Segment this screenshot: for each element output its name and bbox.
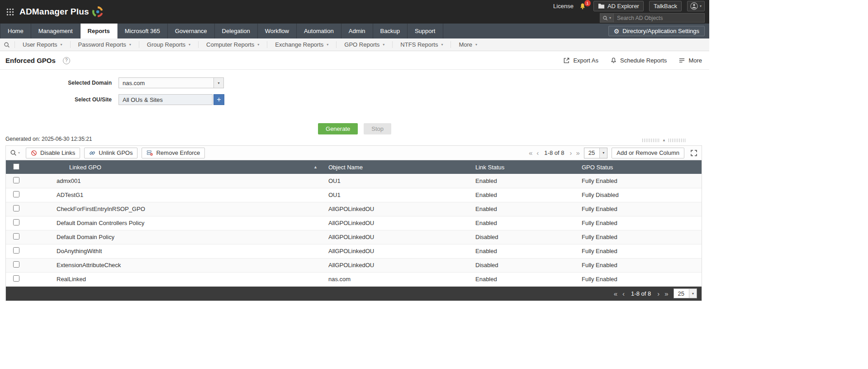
gpo-status-cell: Fully Enabled xyxy=(577,244,702,258)
add-remove-column-button[interactable]: Add or Remove Column xyxy=(612,148,684,158)
first-page-button[interactable]: « xyxy=(529,149,532,156)
object-name-cell: nas.com xyxy=(324,272,471,286)
first-page-button[interactable]: « xyxy=(614,290,617,297)
table-search-button[interactable]: ▾ xyxy=(10,149,22,156)
linked-gpo-cell: admx001 xyxy=(49,174,324,188)
table-row: ADTestG1OU1EnabledFully Disabled xyxy=(6,188,702,202)
table-row: ExtensionAttributeCheckAllGPOLinkedOUDis… xyxy=(6,258,702,272)
report-category-user-reports[interactable]: User Reports▾ xyxy=(14,41,70,48)
report-category-computer-reports[interactable]: Computer Reports▾ xyxy=(198,41,267,48)
talkback-button[interactable]: TalkBack xyxy=(649,1,682,11)
column-header-linked-gpo[interactable]: Linked GPO ▲ xyxy=(49,160,324,174)
help-icon[interactable]: ? xyxy=(63,57,70,64)
row-select-checkbox[interactable] xyxy=(13,177,19,183)
topbar-left: ADManager Plus xyxy=(5,6,104,18)
ad-explorer-button[interactable]: AD Explorer xyxy=(593,1,644,11)
report-category-ntfs-reports[interactable]: NTFS Reports▾ xyxy=(392,41,451,48)
table-row: RealLinkednas.comEnabledFully Enabled xyxy=(6,272,702,286)
remove-enforce-label: Remove Enforce xyxy=(156,149,200,156)
last-page-button[interactable]: » xyxy=(576,149,579,156)
generate-button[interactable]: Generate xyxy=(318,123,358,134)
table-row: Default Domain PolicyAllGPOLinkedOUDisab… xyxy=(6,230,702,244)
page-size-value: 25 xyxy=(674,289,689,298)
object-name-cell: AllGPOLinkedOU xyxy=(324,202,471,216)
gpo-table: Linked GPO ▲ Object Name Link Status GPO… xyxy=(6,160,702,287)
tab-home[interactable]: Home xyxy=(0,24,31,38)
schedule-reports-label: Schedule Reports xyxy=(620,57,667,64)
row-select-checkbox[interactable] xyxy=(13,219,19,225)
export-icon xyxy=(563,57,570,64)
sort-asc-icon[interactable]: ▲ xyxy=(313,165,318,169)
tab-support[interactable]: Support xyxy=(408,24,443,38)
chevron-down-icon: ▾ xyxy=(383,43,384,47)
brand-logo[interactable]: ADManager Plus xyxy=(19,6,104,18)
unlink-gpos-button[interactable]: Unlink GPOs xyxy=(84,148,138,158)
row-select-checkbox[interactable] xyxy=(13,191,19,197)
collapse-up-icon: ▲ xyxy=(662,139,666,142)
column-header-gpo-status[interactable]: GPO Status xyxy=(577,160,702,174)
tab-workflow[interactable]: Workflow xyxy=(258,24,297,38)
fullscreen-icon[interactable] xyxy=(688,149,697,157)
notification-badge: 1 xyxy=(584,0,591,6)
folder-icon xyxy=(598,3,605,9)
tab-delegation[interactable]: Delegation xyxy=(215,24,258,38)
domain-select[interactable]: nas.com ▾ xyxy=(119,77,224,88)
select-all-checkbox[interactable] xyxy=(13,163,19,170)
disable-links-button[interactable]: Disable Links xyxy=(26,148,80,158)
tab-microsoft-365[interactable]: Microsoft 365 xyxy=(118,24,168,38)
row-select-checkbox[interactable] xyxy=(13,247,19,254)
handle-stripes xyxy=(669,139,686,142)
stop-button[interactable]: Stop xyxy=(364,123,391,134)
report-category-group-reports[interactable]: Group Reports▾ xyxy=(139,41,198,48)
row-select-checkbox[interactable] xyxy=(13,261,19,268)
row-select-checkbox[interactable] xyxy=(13,275,19,282)
add-ou-button[interactable]: + xyxy=(213,94,224,105)
chevron-down-icon: ▾ xyxy=(609,16,611,20)
report-category-gpo-reports[interactable]: GPO Reports▾ xyxy=(336,41,392,48)
tab-admin[interactable]: Admin xyxy=(342,24,373,38)
chevron-down-icon: ▾ xyxy=(700,4,702,8)
page-head: Enforced GPOs ? Export As Schedule Repor… xyxy=(0,51,709,70)
gpo-status-cell: Fully Enabled xyxy=(577,174,702,188)
subnav-search-button[interactable] xyxy=(0,42,14,48)
tab-governance[interactable]: Governance xyxy=(168,24,215,38)
directory-settings-button[interactable]: ⚙ Directory/Application Settings xyxy=(608,26,705,36)
prev-page-button[interactable]: ‹ xyxy=(536,149,539,156)
column-header-object-name[interactable]: Object Name xyxy=(324,160,471,174)
column-header-link-status[interactable]: Link Status xyxy=(471,160,577,174)
chevron-down-icon: ▾ xyxy=(475,43,477,47)
notifications-button[interactable]: 1 xyxy=(579,3,588,10)
row-select-checkbox[interactable] xyxy=(13,233,19,240)
more-actions-button[interactable]: More xyxy=(678,57,702,64)
page-size-select[interactable]: 25 ▾ xyxy=(584,148,607,158)
linked-gpo-cell: Default Domain Policy xyxy=(49,230,324,244)
apps-grid-icon[interactable] xyxy=(6,8,14,16)
schedule-reports-button[interactable]: Schedule Reports xyxy=(610,57,667,64)
report-criteria-form: Selected Domain nas.com ▾ Select OU/Site… xyxy=(0,77,709,105)
next-page-button[interactable]: › xyxy=(657,290,659,297)
search-scope-button[interactable]: ▾ xyxy=(600,14,614,22)
ou-site-input[interactable]: All OUs & Sites xyxy=(119,94,213,105)
report-category-exchange-reports[interactable]: Exchange Reports▾ xyxy=(267,41,336,48)
report-category-more[interactable]: More▾ xyxy=(451,41,485,48)
disable-links-label: Disable Links xyxy=(40,149,75,156)
collapse-panel-handle[interactable]: ▲ xyxy=(642,139,686,142)
prev-page-button[interactable]: ‹ xyxy=(622,290,625,297)
tab-backup[interactable]: Backup xyxy=(373,24,408,38)
tab-reports[interactable]: Reports xyxy=(81,24,118,38)
next-page-button[interactable]: › xyxy=(569,149,572,156)
license-link[interactable]: License xyxy=(553,3,574,10)
user-menu-button[interactable]: ▾ xyxy=(687,1,705,11)
remove-enforce-button[interactable]: Remove Enforce xyxy=(142,148,205,158)
page-size-select[interactable]: 25 ▾ xyxy=(674,288,697,298)
tab-management[interactable]: Management xyxy=(31,24,81,38)
chevron-down-icon: ▾ xyxy=(689,289,697,298)
report-category-password-reports[interactable]: Password Reports▾ xyxy=(70,41,139,48)
link-status-cell: Disabled xyxy=(471,258,577,272)
export-as-button[interactable]: Export As xyxy=(563,57,598,64)
tab-automation[interactable]: Automation xyxy=(297,24,342,38)
ad-search-input[interactable] xyxy=(614,14,704,22)
linked-gpo-cell: DoAnythingWithIt xyxy=(49,244,324,258)
last-page-button[interactable]: » xyxy=(664,290,668,297)
row-select-checkbox[interactable] xyxy=(13,205,19,211)
